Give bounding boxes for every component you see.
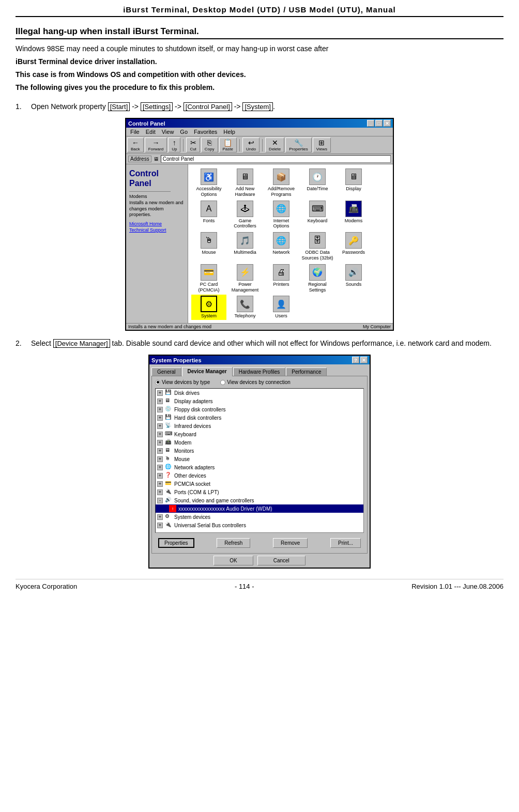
device-infrared[interactable]: + 📡 Infrared devices [156,422,363,430]
expand-modem[interactable]: + [157,440,163,446]
tab-performance[interactable]: Performance [286,367,327,376]
cancel-button[interactable]: Cancel [257,556,306,565]
toolbar-up[interactable]: ↑Up [168,137,180,152]
maximize-button[interactable]: □ [375,120,383,127]
device-keyboard[interactable]: + ⌨ Keyboard [156,430,363,438]
ok-button[interactable]: OK [213,556,253,565]
device-network-adapters[interactable]: + 🌐 Network adapters [156,463,363,471]
sysprop-close-btn[interactable]: ✕ [360,357,368,363]
device-other[interactable]: + ❓ Other devices [156,471,363,480]
icon-keyboard[interactable]: ⌨ Keyboard [300,200,335,231]
icon-add-hardware[interactable]: 🖥 Add New Hardware [227,167,263,198]
device-sound[interactable]: - 🔊 Sound, video and game controllers [156,496,363,504]
menu-favorites[interactable]: Favorites [191,128,220,135]
expand-hard-disk[interactable]: + [157,415,163,421]
icon-game[interactable]: 🕹 Game Controllers [227,200,263,231]
toolbar-back[interactable]: ←Back [127,137,144,152]
multimedia-label: Multimedia [234,250,256,255]
device-ports[interactable]: + 🔌 Ports (COM & LPT) [156,488,363,496]
icon-pccard[interactable]: 💳 PC Card (PCMCIA) [191,263,226,294]
device-pcmcia[interactable]: + 💳 PCMCIA socket [156,480,363,488]
expand-network-adapters[interactable]: + [157,465,163,470]
device-disk-drives[interactable]: + 💾 Disk drives [156,389,363,397]
toolbar-copy[interactable]: ⎘Copy [201,137,218,152]
expand-other[interactable]: + [157,473,163,479]
minimize-button[interactable]: _ [367,120,374,127]
toolbar-properties[interactable]: 🔧Properties [285,137,311,152]
toolbar-cut[interactable]: ✂Cut [186,137,200,152]
menu-go[interactable]: Go [177,128,191,135]
menu-edit[interactable]: Edit [143,128,159,135]
toolbar-paste[interactable]: 📋Paste [219,137,237,152]
properties-button[interactable]: Properties [158,538,194,548]
tab-general[interactable]: General [151,367,181,376]
toolbar-forward[interactable]: →Forward [145,137,167,152]
icon-internet[interactable]: 🌐 Internet Options [264,200,299,231]
expand-pcmcia[interactable]: + [157,481,163,487]
internet-icon: 🌐 [273,201,289,217]
icon-multimedia[interactable]: 🎵 Multimedia [227,231,263,262]
keyboard-list-icon: ⌨ [165,431,172,438]
expand-floppy[interactable]: + [157,407,163,412]
expand-display-adapters[interactable]: + [157,399,163,404]
icon-users[interactable]: 👤 Users [264,295,299,320]
icon-regional[interactable]: 🌍 Regional Settings [300,263,335,294]
toolbar-views[interactable]: ⊞Views [313,137,331,152]
device-monitors[interactable]: + 🖥 Monitors [156,447,363,455]
icon-fonts[interactable]: A Fonts [191,200,226,231]
expand-sound[interactable]: - [157,498,163,503]
icon-display[interactable]: 🖥 Display [336,167,371,198]
sidebar-link-technical[interactable]: Technical Support [129,227,185,233]
icon-datetime[interactable]: 🕐 Date/Time [300,167,335,198]
menu-file[interactable]: File [127,128,143,135]
device-display-adapters[interactable]: + 🖥 Display adapters [156,397,363,405]
device-modem[interactable]: + 📠 Modem [156,438,363,447]
radio-by-connection[interactable]: View devices by connection [220,379,291,385]
expand-infrared[interactable]: + [157,423,163,429]
add-remove-label: Add/Remove Programs [265,186,298,197]
device-system[interactable]: + ⚙ System devices [156,513,363,521]
toolbar-delete[interactable]: ✕Delete [265,137,284,152]
toolbar-undo[interactable]: ↩Undo [242,137,260,152]
icon-sounds[interactable]: 🔊 Sounds [336,263,371,294]
close-button[interactable]: ✕ [384,120,391,127]
radio-by-type[interactable]: View devices by type [155,379,210,385]
multimedia-icon: 🎵 [237,232,253,249]
icon-passwords[interactable]: 🔑 Passwords [336,231,371,262]
icon-add-remove[interactable]: 📦 Add/Remove Programs [264,167,299,198]
print-button[interactable]: Print... [330,538,361,548]
expand-mouse[interactable]: + [157,456,163,462]
expand-monitors[interactable]: + [157,448,163,454]
device-hard-disk[interactable]: + 💾 Hard disk controllers [156,413,363,422]
device-usb[interactable]: + 🔌 Universal Serial Bus controllers [156,521,363,529]
refresh-button[interactable]: Refresh [217,538,250,548]
device-list[interactable]: + 💾 Disk drives + 🖥 Display adapters + 💿… [155,388,364,533]
address-field[interactable]: Control Panel [161,155,391,163]
expand-system[interactable]: + [157,514,163,520]
icon-system[interactable]: ⚙ System [191,295,226,320]
hard-disk-label: Hard disk controllers [174,415,221,421]
remove-button[interactable]: Remove [273,538,308,548]
expand-disk-drives[interactable]: + [157,390,163,396]
tab-hardware-profiles[interactable]: Hardware Profiles [233,367,285,376]
sysprop-question-btn[interactable]: ? [352,357,359,363]
expand-usb[interactable]: + [157,523,163,528]
icon-telephony[interactable]: 📞 Telephony [227,295,263,320]
menu-help[interactable]: Help [220,128,238,135]
expand-ports[interactable]: + [157,489,163,495]
icon-network[interactable]: 🌐 Network [264,231,299,262]
sidebar-link-microsoft[interactable]: Microsoft Home [129,221,185,226]
icon-power[interactable]: ⚡ Power Management [227,263,263,294]
expand-keyboard[interactable]: + [157,432,163,437]
device-mouse[interactable]: + 🖱 Mouse [156,455,363,463]
device-floppy[interactable]: + 💿 Floppy disk controllers [156,405,363,413]
tab-device-manager[interactable]: Device Manager [182,367,233,376]
icon-accessibility[interactable]: ♿ Accessibility Options [191,167,226,198]
icon-modems[interactable]: 📠 Modems [336,200,371,231]
monitors-label: Monitors [174,448,194,454]
audio-driver-item[interactable]: ! xxxxxxxxxxxxxxxxxx Audio Driver (WDM) [156,504,363,513]
icon-odbc[interactable]: 🗄 ODBC Data Sources (32bit) [300,231,335,262]
icon-printers[interactable]: 🖨 Printers [264,263,299,294]
icon-mouse[interactable]: 🖱 Mouse [191,231,226,262]
menu-view[interactable]: View [159,128,177,135]
